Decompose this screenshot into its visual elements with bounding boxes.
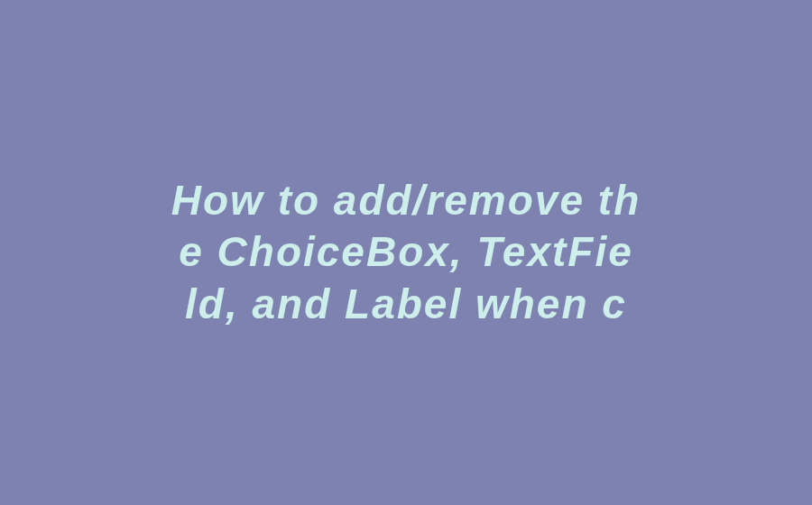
text-line-2: e ChoiceBox, TextFie xyxy=(171,226,641,279)
text-line-1: How to add/remove th xyxy=(171,175,641,227)
text-line-3: ld, and Label when c xyxy=(171,279,641,331)
display-text: How to add/remove th e ChoiceBox, TextFi… xyxy=(171,175,641,331)
